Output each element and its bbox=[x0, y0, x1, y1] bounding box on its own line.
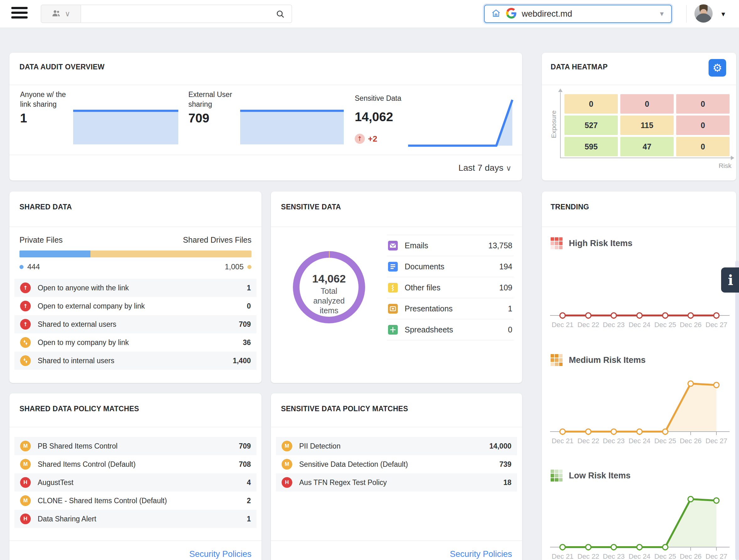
svg-text:Dec 26: Dec 26 bbox=[680, 552, 702, 560]
svg-text:Dec 24: Dec 24 bbox=[628, 321, 650, 329]
table-row[interactable]: M Shared Items Control (Default) 708 bbox=[14, 455, 257, 473]
list-item[interactable]: Documents 194 bbox=[387, 256, 513, 277]
table-row[interactable]: H Data Sharing Alert 1 bbox=[14, 510, 257, 528]
table-row[interactable]: M PB Shared Items Control 709 bbox=[14, 437, 257, 455]
panel-title: TRENDING bbox=[551, 203, 589, 211]
severity-badge: H bbox=[20, 514, 31, 524]
svg-text:Dec 21: Dec 21 bbox=[552, 321, 574, 329]
svg-text:Dec 26: Dec 26 bbox=[680, 321, 702, 329]
panel-title: SENSITIVE DATA POLICY MATCHES bbox=[281, 405, 408, 413]
svg-text:Dec 24: Dec 24 bbox=[628, 437, 650, 445]
security-policies-link[interactable]: Security Policies bbox=[450, 549, 512, 559]
metric-value: 1 bbox=[20, 111, 27, 125]
svg-text:Dec 22: Dec 22 bbox=[577, 437, 599, 445]
table-row[interactable]: H AugustTest 4 bbox=[14, 473, 257, 492]
severity-badge: H bbox=[20, 477, 31, 488]
security-policies-link[interactable]: Security Policies bbox=[189, 549, 252, 559]
shared-data-panel: SHARED DATA Private Files Shared Drives … bbox=[9, 191, 262, 383]
heatmap-cell[interactable]: 0 bbox=[676, 116, 730, 135]
medium-risk-trend-chart: Dec 21Dec 22Dec 23Dec 24Dec 25Dec 26Dec … bbox=[542, 358, 736, 449]
list-item[interactable]: ↑ Shared to external users 709 bbox=[14, 315, 257, 333]
table-row[interactable]: M Sensitive Data Detection (Default) 739 bbox=[276, 455, 517, 473]
sensitive-policy-matches-panel: SENSITIVE DATA POLICY MATCHES M PII Dete… bbox=[271, 393, 522, 560]
blue-dot-icon bbox=[19, 265, 23, 269]
table-row[interactable]: M PII Detection 14,000 bbox=[276, 437, 517, 455]
arrow-up-icon: ↑ bbox=[20, 283, 31, 293]
shared-split-bar-left bbox=[19, 251, 91, 257]
search-scope-dropdown[interactable]: ∨ bbox=[41, 5, 81, 23]
svg-text:Dec 22: Dec 22 bbox=[577, 552, 599, 560]
shared-drives-label: Shared Drives Files bbox=[183, 236, 252, 245]
list-item[interactable]: Spreadsheets 0 bbox=[387, 319, 513, 340]
file-icon bbox=[388, 283, 398, 293]
domain-selector[interactable]: webdirect.md ▼ bbox=[484, 5, 672, 23]
heatmap-cell[interactable]: 0 bbox=[676, 94, 730, 114]
svg-text:Dec 23: Dec 23 bbox=[603, 437, 625, 445]
domain-value: webdirect.md bbox=[522, 9, 653, 19]
severity-badge: H bbox=[282, 477, 292, 488]
sensitive-data-panel: SENSITIVE DATA 14,062 Total analyzed ite… bbox=[271, 191, 522, 383]
svg-text:Dec 25: Dec 25 bbox=[654, 552, 676, 560]
search-icon[interactable] bbox=[275, 9, 285, 20]
heatmap-cell[interactable]: 0 bbox=[565, 94, 618, 114]
panel-title: SHARED DATA bbox=[19, 203, 72, 211]
exposure-axis-arrow bbox=[558, 89, 563, 92]
search-field bbox=[81, 5, 292, 23]
data-heatmap-panel: DATA HEATMAP ⚙ Exposure Risk 0 0 0 527 1… bbox=[542, 53, 736, 180]
people-icon bbox=[51, 8, 61, 19]
files-split-bar bbox=[19, 251, 252, 257]
metric-label: Anyone w/ the link sharing bbox=[20, 90, 77, 109]
table-row[interactable]: M CLONE - Shared Items Control (Default)… bbox=[14, 492, 257, 510]
donut-caption: Total analyzed items bbox=[307, 286, 351, 315]
svg-text:Dec 27: Dec 27 bbox=[705, 321, 727, 329]
donut-center-text: 14,062 Total analyzed items bbox=[293, 272, 365, 315]
data-audit-overview-panel: DATA AUDIT OVERVIEW Anyone w/ the link s… bbox=[9, 53, 522, 180]
search-input[interactable] bbox=[86, 5, 273, 23]
severity-badge: M bbox=[20, 495, 31, 506]
shared-data-list: ↑ Open to anyone with the link 1 ↑ Open … bbox=[14, 279, 257, 370]
user-avatar[interactable] bbox=[695, 4, 713, 23]
table-row[interactable]: H Aus TFN Regex Test Policy 18 bbox=[276, 473, 517, 492]
dashboard-screen: ∨ webdirect.md ▼ bbox=[0, 0, 739, 560]
severity-badge: M bbox=[20, 459, 31, 469]
list-item[interactable]: ↑ Open to anyone with the link 1 bbox=[14, 279, 257, 297]
gear-icon[interactable]: ⚙ bbox=[709, 59, 726, 77]
svg-text:Dec 25: Dec 25 bbox=[654, 321, 676, 329]
heatmap-cell[interactable]: 0 bbox=[620, 94, 674, 114]
heatmap-cell[interactable]: 527 bbox=[565, 116, 618, 135]
sensitive-data-sparkline bbox=[408, 97, 513, 147]
shared-policy-list: M PB Shared Items Control 709 M Shared I… bbox=[14, 437, 257, 528]
list-item[interactable]: ↑ Open to external company by link 0 bbox=[14, 297, 257, 315]
sensitive-policy-list: M PII Detection 14,000 M Sensitive Data … bbox=[276, 437, 517, 492]
scrollbar[interactable] bbox=[735, 261, 739, 560]
mail-icon bbox=[388, 241, 398, 251]
date-range-dropdown[interactable]: Last 7 days∨ bbox=[458, 163, 511, 173]
search-area: ∨ bbox=[41, 5, 292, 23]
home-icon bbox=[491, 8, 501, 19]
chevron-down-icon: ∨ bbox=[506, 164, 511, 172]
sensitive-items-list: Emails 13,758 Documents 194 Other files … bbox=[387, 235, 513, 340]
list-item[interactable]: Other files 109 bbox=[387, 277, 513, 298]
google-g-icon bbox=[506, 8, 517, 20]
svg-text:Dec 21: Dec 21 bbox=[552, 552, 574, 560]
list-item[interactable]: Presentations 1 bbox=[387, 298, 513, 319]
list-item[interactable]: Open to my company by link 36 bbox=[14, 333, 257, 352]
delta-value: +2 bbox=[368, 134, 377, 144]
shared-policy-matches-panel: SHARED DATA POLICY MATCHES M PB Shared I… bbox=[9, 393, 262, 560]
list-item[interactable]: Emails 13,758 bbox=[387, 235, 513, 256]
svg-text:Dec 21: Dec 21 bbox=[552, 437, 574, 445]
severity-badge: M bbox=[282, 459, 292, 469]
anyone-link-sparkline bbox=[73, 109, 178, 144]
heatmap-cell[interactable]: 0 bbox=[676, 137, 730, 156]
svg-text:Dec 24: Dec 24 bbox=[628, 552, 650, 560]
info-icon[interactable]: i bbox=[721, 267, 739, 293]
heatmap-cell[interactable]: 115 bbox=[620, 116, 674, 135]
spreadsheet-icon bbox=[388, 325, 398, 334]
top-bar: ∨ webdirect.md ▼ bbox=[0, 0, 739, 28]
list-item[interactable]: Shared to internal users 1,400 bbox=[14, 352, 257, 370]
menu-icon[interactable] bbox=[11, 7, 28, 21]
heatmap-cell[interactable]: 595 bbox=[565, 137, 618, 156]
low-risk-trend-chart: Dec 21Dec 22Dec 23Dec 24Dec 25Dec 26Dec … bbox=[542, 473, 736, 560]
user-menu-caret-icon[interactable]: ▼ bbox=[720, 11, 726, 18]
heatmap-cell[interactable]: 47 bbox=[620, 137, 674, 156]
